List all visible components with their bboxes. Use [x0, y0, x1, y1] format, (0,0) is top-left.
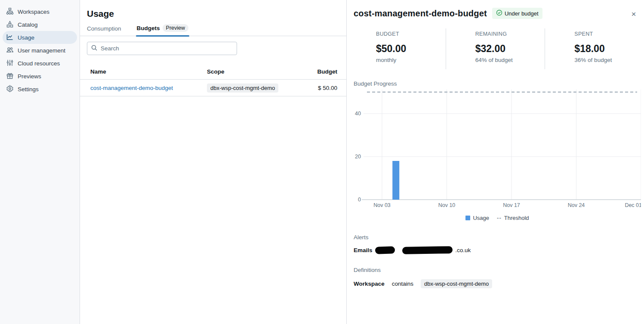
svg-text:40: 40	[355, 111, 361, 117]
tab-label: Budgets	[137, 25, 160, 31]
sidebar-item-label: Catalog	[18, 22, 38, 28]
legend-label: Threshold	[504, 215, 529, 221]
budget-stats: BUDGET $50.00 monthly REMAINING $32.00 6…	[347, 28, 644, 69]
sliders-icon	[6, 59, 14, 68]
stat-sub: 64% of budget	[475, 57, 545, 63]
panel-title: cost-management-demo-budget	[354, 9, 487, 19]
search-icon	[91, 44, 98, 53]
definition-field: Workspace	[354, 281, 385, 287]
budget-amount: $ 50.00	[295, 85, 346, 91]
users-icon	[6, 46, 14, 55]
definitions-heading: Definitions	[354, 267, 644, 273]
sidebar-item-label: Usage	[18, 34, 34, 41]
sidebar-item-catalog[interactable]: Catalog	[3, 18, 77, 31]
svg-text:0: 0	[358, 197, 361, 203]
page-title: Usage	[80, 0, 346, 19]
stat-spent: SPENT $18.00 36% of budget	[545, 28, 644, 69]
tab-consumption[interactable]: Consumption	[87, 25, 121, 36]
redacted-email-domain	[402, 246, 453, 254]
stat-label: BUDGET	[376, 31, 446, 37]
definition-operator: contains	[392, 281, 413, 287]
sidebar-item-cloud-resources[interactable]: Cloud resources	[3, 57, 77, 70]
budget-progress-chart: Budget Progress 02040Nov 03Nov 10Nov 17N…	[354, 80, 641, 221]
chart-legend: Usage -- Threshold	[354, 215, 641, 221]
alerts-emails-row: Emails @ .co.uk	[354, 247, 644, 254]
sidebar-item-label: Cloud resources	[18, 60, 60, 67]
sidebar-item-label: Previews	[18, 73, 41, 80]
stat-remaining: REMAINING $32.00 64% of budget	[446, 28, 545, 69]
stat-label: SPENT	[574, 31, 644, 37]
stat-budget: BUDGET $50.00 monthly	[347, 28, 446, 69]
budget-detail-panel: × cost-management-demo-budget Under budg…	[347, 0, 644, 324]
tab-label: Consumption	[87, 25, 121, 32]
budget-name-link[interactable]: cost-management-demo-budget	[90, 85, 173, 91]
search-box	[87, 42, 237, 55]
preview-badge: Preview	[163, 24, 188, 32]
sidebar-item-previews[interactable]: Previews	[3, 70, 77, 83]
definition-value-tag: dbx-wsp-cost-mgmt-demo	[421, 279, 492, 288]
svg-text:Nov 10: Nov 10	[438, 202, 456, 208]
sidebar-item-user-management[interactable]: User management	[3, 44, 77, 57]
redacted-email-local-part	[375, 246, 394, 254]
tab-bar: Consumption Budgets Preview	[80, 24, 346, 36]
sidebar-item-label: Settings	[18, 86, 39, 93]
svg-text:Nov 03: Nov 03	[373, 202, 391, 208]
emails-label: Emails	[354, 247, 373, 253]
sidebar-item-usage[interactable]: Usage	[3, 31, 77, 44]
close-icon[interactable]: ×	[629, 9, 638, 19]
gear-icon	[6, 85, 14, 94]
legend-label: Usage	[473, 215, 489, 221]
catalog-icon	[6, 20, 14, 29]
svg-text:20: 20	[355, 154, 361, 160]
sidebar: Workspaces Catalog Usage User management…	[0, 0, 80, 324]
status-badge: Under budget	[492, 8, 542, 19]
legend-threshold[interactable]: -- Threshold	[497, 215, 529, 221]
email-suffix: .co.uk	[455, 247, 471, 253]
usage-series-swatch	[465, 216, 470, 220]
table-header-row: Name Scope Budget	[80, 64, 346, 80]
stat-sub: 36% of budget	[574, 57, 644, 63]
scope-tag: dbx-wsp-cost-mgmt-demo	[207, 83, 278, 93]
app-window: Workspaces Catalog Usage User management…	[0, 0, 644, 324]
sidebar-item-workspaces[interactable]: Workspaces	[3, 5, 77, 18]
table-row[interactable]: cost-management-demo-budget dbx-wsp-cost…	[80, 80, 346, 96]
chart-title: Budget Progress	[354, 80, 641, 87]
legend-usage[interactable]: Usage	[465, 215, 489, 221]
svg-text:Dec 01: Dec 01	[625, 202, 641, 208]
gift-icon	[6, 72, 14, 81]
search-input[interactable]	[101, 45, 233, 52]
column-header-scope: Scope	[207, 68, 295, 75]
workspaces-icon	[6, 7, 14, 16]
stat-value: $50.00	[376, 43, 446, 55]
usage-chart-icon	[6, 33, 14, 42]
status-badge-label: Under budget	[505, 10, 539, 17]
sidebar-item-settings[interactable]: Settings	[3, 83, 77, 96]
alerts-heading: Alerts	[354, 234, 644, 241]
stat-value: $18.00	[574, 43, 644, 55]
bar-chart: 02040Nov 03Nov 10Nov 17Nov 24Dec 01	[354, 87, 641, 210]
sidebar-item-label: User management	[18, 47, 65, 54]
column-header-name: Name	[80, 68, 207, 75]
budgets-table: Name Scope Budget cost-management-demo-b…	[80, 64, 346, 96]
threshold-dash-swatch: --	[497, 215, 502, 221]
budgets-list-panel: Usage Consumption Budgets Preview Name S…	[80, 0, 347, 324]
stat-sub: monthly	[376, 57, 446, 63]
tab-budgets[interactable]: Budgets Preview	[137, 24, 188, 36]
sidebar-item-label: Workspaces	[18, 9, 49, 15]
column-header-budget: Budget	[295, 68, 346, 75]
svg-text:Nov 24: Nov 24	[568, 202, 585, 208]
check-circle-icon	[496, 9, 502, 17]
definition-row: Workspace contains dbx-wsp-cost-mgmt-dem…	[354, 279, 644, 288]
stat-value: $32.00	[475, 43, 545, 55]
svg-text:Nov 17: Nov 17	[503, 202, 520, 208]
email-at-sign: @	[396, 247, 402, 253]
stat-label: REMAINING	[475, 31, 545, 37]
